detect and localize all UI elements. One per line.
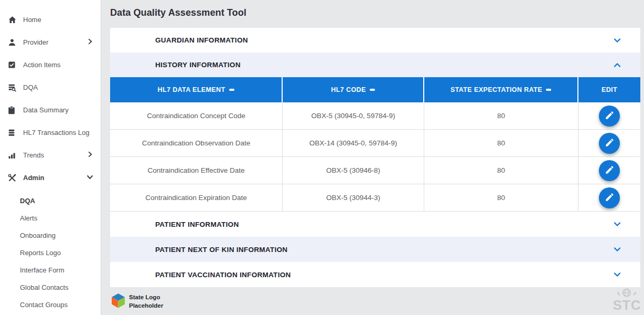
sidebar-item-label: Provider <box>23 38 87 46</box>
sidebar-item-label: Trends <box>23 151 87 159</box>
accordion-history-information[interactable]: HISTORY INFORMATION <box>110 52 640 77</box>
sidebar-subitem-label: Alerts <box>20 214 37 222</box>
chevron-right-icon <box>87 151 93 159</box>
sidebar: Home Provider Action Items DQA <box>0 0 101 315</box>
sidebar-item-dqa[interactable]: DQA <box>0 76 101 99</box>
table-row: Contraindication Expiration Date OBX-5 (… <box>110 184 640 212</box>
cell-edit <box>578 102 640 129</box>
accordion-label: HISTORY INFORMATION <box>110 61 241 69</box>
checkbox-icon <box>8 61 17 69</box>
sidebar-subitem-global-contacts[interactable]: Global Contacts <box>0 279 101 296</box>
page-title: Data Quality Assessment Tool <box>101 0 644 18</box>
sidebar-item-label: DQA <box>23 83 93 91</box>
state-logo-cube-icon <box>111 293 125 310</box>
table-row: Contraindication Effective Date OBX-5 (3… <box>110 157 640 184</box>
main-content: Data Quality Assessment Tool GUARDIAN IN… <box>101 0 644 315</box>
state-logo-line1: State Logo <box>129 294 160 300</box>
sidebar-item-label: Admin <box>23 174 87 182</box>
accordion-label: PATIENT VACCINATION INFORMATION <box>110 271 291 279</box>
accordion-label: GUARDIAN INFORMATION <box>110 36 248 44</box>
clipboard-icon <box>8 106 17 114</box>
sidebar-subitem-interface-form[interactable]: Interface Form <box>0 261 101 279</box>
edit-button[interactable] <box>599 160 620 181</box>
tools-icon <box>8 174 17 182</box>
bar-chart-icon <box>8 151 17 160</box>
cell-hl7-code: OBX-5 (30944-3) <box>283 184 424 211</box>
sidebar-item-trends[interactable]: Trends <box>0 144 101 166</box>
sidebar-item-provider[interactable]: Provider <box>0 31 101 54</box>
column-header-label: HL7 DATA ELEMENT <box>157 86 225 93</box>
column-header-state-expectation-rate[interactable]: STATE EXPECTATION RATE <box>424 77 578 102</box>
accordion-label: PATIENT NEXT OF KIN INFORMATION <box>110 246 287 254</box>
pencil-icon <box>605 110 615 122</box>
sidebar-subitem-label: Interface Form <box>20 266 65 274</box>
column-header-hl7-code[interactable]: HL7 CODE <box>283 77 424 102</box>
edit-button[interactable] <box>599 133 620 154</box>
sidebar-subitem-label: Onboarding <box>20 232 56 239</box>
chevron-up-icon <box>613 61 621 69</box>
database-search-icon <box>8 83 17 92</box>
cell-state-expectation-rate: 80 <box>424 157 578 184</box>
state-logo-line2: Placeholder <box>129 302 163 309</box>
chevron-down-icon <box>613 36 621 45</box>
edit-button[interactable] <box>599 106 620 127</box>
sidebar-subitem-label: Global Contacts <box>20 284 69 291</box>
chevron-down-icon <box>87 174 93 182</box>
column-header-label: EDIT <box>602 86 617 93</box>
sidebar-subitem-contact-groups[interactable]: Contact Groups <box>0 296 101 313</box>
history-information-table: HL7 DATA ELEMENT HL7 CODE STATE EXPECTAT… <box>110 77 640 212</box>
stc-logo-text: STC <box>613 299 641 311</box>
chevron-down-icon <box>613 220 621 228</box>
sidebar-subitem-label: Contact Groups <box>20 301 68 309</box>
sort-dash-icon <box>229 89 234 91</box>
sidebar-subitem-dqa[interactable]: DQA <box>0 192 101 209</box>
table-header-row: HL7 DATA ELEMENT HL7 CODE STATE EXPECTAT… <box>110 77 640 102</box>
accordion-guardian-information[interactable]: GUARDIAN INFORMATION <box>110 28 640 52</box>
sidebar-item-admin[interactable]: Admin <box>0 166 101 189</box>
sidebar-item-label: Action Items <box>23 61 93 69</box>
sidebar-subitem-onboarding[interactable]: Onboarding <box>0 227 101 244</box>
pencil-icon <box>605 138 615 149</box>
stc-watermark: STC <box>613 288 641 311</box>
column-header-edit: EDIT <box>578 77 640 102</box>
edit-button[interactable] <box>599 187 620 208</box>
home-icon <box>8 16 17 24</box>
sidebar-nav: Home Provider Action Items DQA <box>0 0 101 313</box>
cell-hl7-code: OBX-5 (30946-8) <box>283 157 424 184</box>
cell-hl7-data-element: Contraindication Effective Date <box>110 157 283 184</box>
chevron-right-icon <box>87 38 93 46</box>
cell-hl7-data-element: Contraindication Concept Code <box>110 102 283 129</box>
pencil-icon <box>605 192 615 204</box>
chevron-down-icon <box>613 245 621 254</box>
sort-dash-icon <box>370 89 375 91</box>
admin-submenu: DQA Alerts Onboarding Reports Logo Inter… <box>0 192 101 313</box>
cell-state-expectation-rate: 80 <box>424 184 578 211</box>
column-header-hl7-data-element[interactable]: HL7 DATA ELEMENT <box>110 77 283 102</box>
accordion-label: PATIENT INFORMATION <box>110 220 239 228</box>
accordion-patient-information[interactable]: PATIENT INFORMATION <box>110 212 640 237</box>
cell-edit <box>578 130 640 156</box>
cell-edit <box>578 184 640 211</box>
accordion-patient-vaccination-information[interactable]: PATIENT VACCINATION INFORMATION <box>110 262 640 287</box>
cell-hl7-code: OBX-5 (30945-0, 59784-9) <box>283 102 424 129</box>
sidebar-subitem-reports-logo[interactable]: Reports Logo <box>0 244 101 261</box>
sidebar-item-action-items[interactable]: Action Items <box>0 54 101 76</box>
sidebar-item-home[interactable]: Home <box>0 8 101 31</box>
state-logo-text: State Logo Placeholder <box>129 293 163 310</box>
sidebar-subitem-alerts[interactable]: Alerts <box>0 209 101 227</box>
cell-hl7-data-element: Contraindication Expiration Date <box>110 184 283 211</box>
sidebar-subitem-label: Reports Logo <box>20 249 61 257</box>
cell-hl7-data-element: Contraindication Observation Date <box>110 130 283 156</box>
table-row: Contraindication Observation Date OBX-14… <box>110 130 640 157</box>
pencil-icon <box>605 165 615 176</box>
state-logo: State Logo Placeholder <box>111 293 163 310</box>
accordion-patient-next-of-kin-information[interactable]: PATIENT NEXT OF KIN INFORMATION <box>110 237 640 262</box>
sidebar-item-data-summary[interactable]: Data Summary <box>0 99 101 121</box>
table-row: Contraindication Concept Code OBX-5 (309… <box>110 102 640 130</box>
sidebar-item-hl7-transactions-log[interactable]: HL7 Transactions Log <box>0 121 101 144</box>
sidebar-item-label: Home <box>23 16 93 24</box>
chevron-down-icon <box>613 270 621 279</box>
sidebar-item-label: HL7 Transactions Log <box>23 129 93 136</box>
cell-edit <box>578 157 640 184</box>
database-icon <box>8 129 17 137</box>
